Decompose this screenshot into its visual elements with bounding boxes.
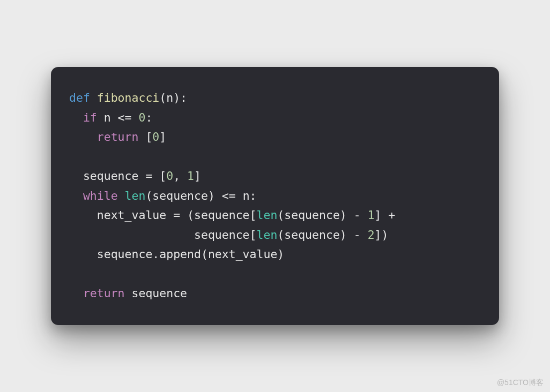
code-token: 1 [368, 208, 375, 222]
code-token: 1 [187, 169, 194, 183]
code-token: fibonacci [97, 91, 160, 104]
code-token: len [257, 208, 278, 222]
code-card: def fibonacci(n): if n <= 0: return [0] … [51, 67, 499, 325]
code-token: if [83, 111, 97, 124]
code-token: sequence [125, 287, 188, 300]
code-token: sequence.append(next_value) [69, 247, 284, 261]
code-token: sequence[ [69, 228, 257, 242]
code-token [69, 130, 97, 144]
code-token: (sequence) - [277, 228, 367, 242]
code-token: len [125, 189, 146, 202]
code-token: ] + [375, 208, 396, 222]
code-token: 0 [152, 130, 159, 144]
code-token [69, 111, 83, 124]
watermark-text: @51CTO博客 [497, 378, 544, 388]
code-token: return [83, 287, 125, 300]
code-token: sequence = [ [69, 169, 166, 183]
code-token: len [257, 228, 278, 242]
code-token: def [69, 91, 97, 104]
code-token: [ [138, 130, 152, 144]
code-token: (sequence) <= n: [145, 189, 256, 202]
code-token: , [173, 169, 187, 183]
code-block: def fibonacci(n): if n <= 0: return [0] … [69, 88, 481, 304]
code-token: ] [194, 169, 201, 183]
code-token [69, 287, 83, 300]
code-token [69, 189, 83, 202]
code-token: return [97, 130, 139, 144]
code-token: next_value = (sequence[ [69, 208, 257, 222]
code-token: ] [159, 130, 166, 144]
code-token: (sequence) - [277, 208, 367, 222]
code-token: 0 [138, 111, 145, 124]
code-token: 0 [166, 169, 173, 183]
code-token: : [145, 111, 152, 124]
code-token: ]) [375, 228, 389, 242]
code-token: (n): [159, 91, 187, 104]
code-token: while [83, 189, 118, 202]
code-token: 2 [368, 228, 375, 242]
code-token: n <= [97, 111, 139, 124]
code-token [118, 189, 125, 202]
